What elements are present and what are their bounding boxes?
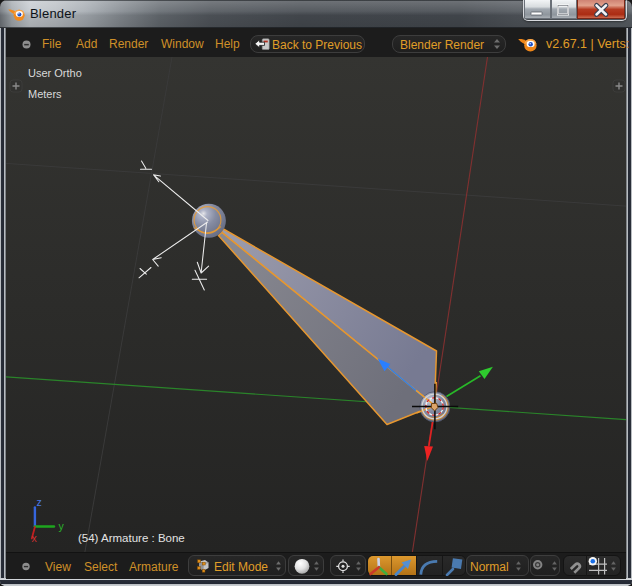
svg-text:(54) Armature : Bone: (54) Armature : Bone: [78, 532, 185, 544]
svg-text:x: x: [32, 532, 38, 544]
svg-text:Meters: Meters: [28, 88, 62, 100]
svg-text:y: y: [59, 520, 65, 532]
svg-text:z: z: [37, 496, 42, 508]
svg-text:User Ortho: User Ortho: [28, 67, 82, 79]
